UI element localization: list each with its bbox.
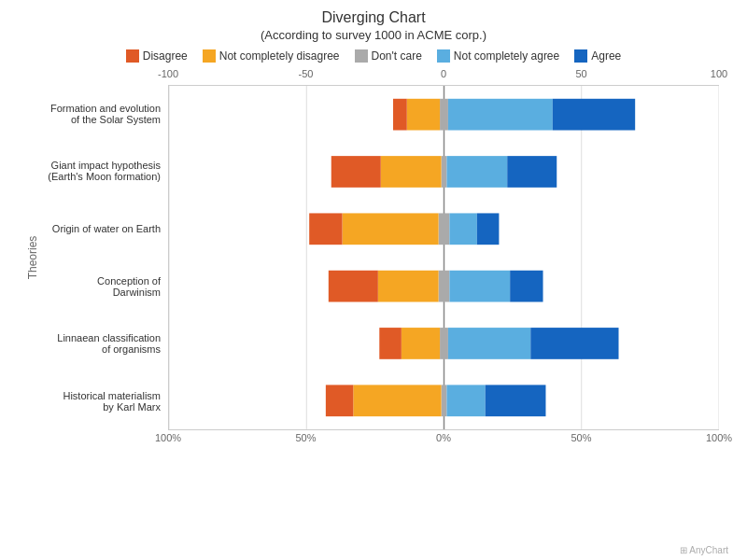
legend-color-box (437, 49, 450, 63)
svg-rect-20 (439, 271, 450, 302)
legend-color-box (355, 49, 368, 63)
legend-item-label: Disagree (143, 49, 188, 63)
svg-rect-13 (446, 156, 507, 188)
top-axis-label: -100 (158, 68, 178, 79)
category-label: Formation and evolutionof the Solar Syst… (47, 85, 168, 143)
svg-rect-15 (439, 213, 450, 245)
svg-rect-16 (343, 213, 439, 245)
legend-item-label: Agree (591, 49, 621, 63)
bars-svg (169, 86, 719, 429)
legend-color-box (574, 49, 587, 63)
svg-rect-17 (309, 213, 342, 245)
top-axis-label: -50 (299, 68, 314, 79)
svg-rect-6 (407, 99, 440, 131)
svg-rect-34 (486, 385, 546, 416)
bottom-axis-label: 50% (571, 432, 591, 443)
category-label: Conception of Darwinism (47, 258, 168, 315)
legend-color-box (203, 49, 216, 63)
bottom-axis-label: 100% (155, 432, 181, 443)
top-axis-label: 0 (441, 68, 446, 79)
svg-rect-25 (440, 328, 448, 359)
top-axis-label: 100 (711, 68, 727, 79)
anychart-label: ⊞ AnyChart (680, 545, 728, 555)
y-axis-label-container: Theories (19, 85, 47, 430)
svg-rect-10 (442, 156, 447, 188)
svg-rect-31 (353, 385, 441, 416)
svg-rect-14 (507, 156, 557, 188)
legend-item-label: Not completely disagree (219, 49, 340, 63)
bottom-axis-label: 100% (706, 432, 732, 443)
chart-subtitle: (According to survey 1000 in ACME corp.) (19, 28, 728, 42)
svg-rect-28 (448, 328, 530, 359)
svg-rect-11 (381, 156, 442, 188)
svg-rect-9 (553, 99, 635, 131)
legend-color-box (126, 49, 139, 63)
top-axis-label: 50 (575, 68, 586, 79)
svg-rect-19 (477, 213, 500, 245)
y-axis-label: Theories (26, 236, 39, 280)
legend-item: Don't care (355, 49, 422, 63)
categories-column: Formation and evolutionof the Solar Syst… (47, 85, 168, 430)
category-label: Historical materialismby Karl Marx (47, 372, 168, 430)
bottom-axis-label: 50% (295, 432, 316, 443)
svg-rect-12 (331, 156, 381, 188)
svg-rect-29 (530, 328, 618, 359)
category-label: Origin of water on Earth (47, 200, 168, 258)
svg-rect-26 (402, 328, 440, 359)
chart-title: Diverging Chart (19, 9, 728, 26)
svg-rect-30 (442, 385, 447, 416)
svg-rect-24 (510, 271, 543, 302)
legend-item: Disagree (126, 49, 188, 63)
category-label: Giant impact hypothesis(Earth's Moon for… (47, 143, 168, 201)
svg-rect-27 (379, 328, 402, 359)
svg-rect-22 (329, 271, 378, 302)
bars-area (168, 85, 719, 430)
chart-container: Diverging Chart (According to survey 100… (0, 0, 747, 560)
svg-rect-33 (446, 385, 485, 416)
category-label: Linnaean classificationof organisms (47, 315, 168, 373)
svg-rect-23 (449, 271, 510, 302)
bottom-axis: 100%50%0%50%100% (168, 432, 719, 451)
svg-rect-7 (393, 99, 407, 131)
legend-item: Not completely disagree (203, 49, 340, 63)
legend-item-label: Don't care (372, 49, 422, 63)
top-axis: -100-50050100 (168, 68, 719, 85)
svg-rect-8 (448, 99, 553, 131)
svg-rect-32 (326, 385, 353, 416)
legend-item: Agree (574, 49, 621, 63)
svg-rect-5 (440, 99, 448, 131)
legend: DisagreeNot completely disagreeDon't car… (19, 49, 728, 63)
legend-item: Not completely agree (437, 49, 559, 63)
legend-item-label: Not completely agree (454, 49, 559, 63)
svg-rect-18 (449, 213, 476, 245)
bottom-axis-label: 0% (436, 432, 451, 443)
svg-rect-21 (378, 271, 439, 302)
